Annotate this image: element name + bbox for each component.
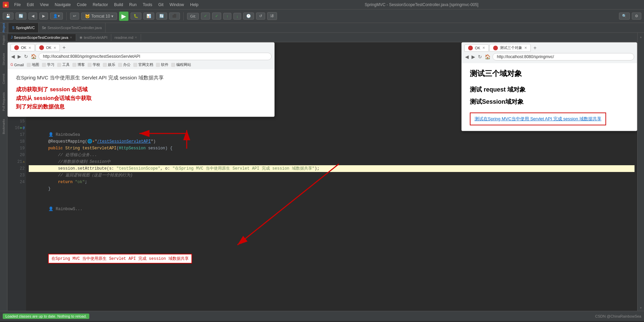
bm-gmail[interactable]: G Gmail (10, 62, 24, 67)
session-icon: Se (42, 26, 46, 30)
menu-refactor[interactable]: Refactor (90, 2, 111, 8)
browser-tab1-label: OK (21, 46, 26, 50)
menu-build[interactable]: Build (111, 2, 126, 8)
stop-button[interactable]: ⬛ (169, 13, 180, 20)
right-refresh[interactable]: ↻ (477, 53, 483, 60)
folder-icon5 (103, 63, 107, 67)
code-line-17: 👤 RainbowSea (29, 131, 635, 138)
toolbar-profile[interactable]: 👤▾ (50, 13, 63, 20)
sidebar-structure[interactable]: Structure (2, 53, 5, 66)
right-address-bar[interactable]: http://localhost:8080/springmvc/ (492, 53, 634, 60)
browser-tab-ok1[interactable]: OK ✕ (10, 44, 35, 51)
right-forward[interactable]: ▶ (471, 53, 476, 60)
toolbar-forward[interactable]: ▶ (39, 13, 48, 20)
tomcat-label: Tomcat 10 (91, 14, 110, 19)
controller-tab-label: SessionScopeTestController.java (14, 35, 68, 40)
refresh-button[interactable]: ↻ (23, 53, 29, 60)
right-favicon1 (468, 46, 473, 50)
browser-tab-ok2[interactable]: OK ✕ (36, 44, 60, 51)
bm-tools[interactable]: 工具 (57, 62, 70, 67)
editor-tab-session[interactable]: Se SessionScopeTestController.java (39, 23, 106, 32)
file-tab-servlet[interactable]: ◉ testServletAPI (76, 34, 111, 41)
reload-button[interactable]: 🔄 (156, 13, 167, 20)
menu-run[interactable]: Run (127, 2, 139, 8)
debug-button[interactable]: 🐛 (131, 13, 141, 20)
sidebar-commit[interactable]: Commit (2, 74, 5, 84)
window-title: SpringMVC - SessionScopeTestController.j… (202, 2, 641, 7)
bm-blog[interactable]: 博客 (72, 62, 85, 67)
settings-button[interactable]: ⚙ (632, 13, 641, 20)
git-push[interactable]: ↑ (223, 13, 231, 20)
toolbar-save[interactable]: 💾 (3, 13, 14, 20)
address-bar[interactable]: http://localhost:8080/springmvc/testSess… (39, 53, 272, 60)
bm-study[interactable]: 学习 (42, 62, 54, 67)
home-button[interactable]: 🏠 (30, 53, 37, 60)
browser-close1[interactable]: ✕ (28, 46, 31, 50)
translate-icon[interactable]: 译 (267, 12, 277, 20)
bm-entertainment[interactable]: 娱乐 (103, 62, 115, 67)
menu-help[interactable]: Help (187, 2, 201, 8)
bm-office[interactable]: 办公 (118, 62, 131, 67)
bm-software[interactable]: 软件 (156, 62, 168, 67)
search-button[interactable]: 🔍 (619, 13, 630, 20)
menu-file[interactable]: File (12, 2, 23, 8)
code-line-28: 👤 RainbowS... (29, 206, 635, 213)
tomcat-selector[interactable]: 🐱 Tomcat 10 ▾ (81, 13, 117, 20)
right-browser-tab-ok[interactable]: OK ✕ (464, 44, 489, 52)
bm-school[interactable]: 学校 (88, 62, 100, 67)
toolbar-back[interactable]: ◀ (28, 13, 37, 20)
servlet-tab-label: testServletAPI (84, 35, 108, 40)
file-tab-readme[interactable]: readme.md ✕ (111, 34, 141, 41)
right-link[interactable]: 测试在Spring MVC当中使用 Servlet API 完成 session… (475, 116, 601, 121)
bm-coding[interactable]: 编程网站 (171, 62, 191, 67)
git-check[interactable]: ✓ (201, 13, 210, 20)
menu-tools[interactable]: Tools (140, 2, 155, 8)
git-check2[interactable]: ✓ (212, 13, 221, 20)
sidebar-pull-requests[interactable]: Pull Requests (2, 92, 5, 111)
right-close1[interactable]: ✕ (482, 46, 485, 50)
right-close2[interactable]: ✕ (524, 46, 527, 50)
toolbar-sync[interactable]: 🔄 (16, 13, 26, 20)
git-time[interactable]: 🕐 (243, 13, 254, 20)
menu-window[interactable]: Window (167, 2, 187, 8)
right-section1: 测试 request 域对象 (470, 85, 629, 94)
bm-docs[interactable]: 官网文档 (133, 62, 153, 67)
run-button[interactable]: ▶ (119, 11, 129, 21)
right-browser-tab-test[interactable]: 测试三个对象 ✕ (489, 44, 531, 52)
browser-close2[interactable]: ✕ (53, 46, 56, 50)
app-icon: 🔥 (3, 2, 9, 8)
forward-button[interactable]: ▶ (17, 53, 22, 60)
toolbar-undo[interactable]: ↩ (70, 13, 79, 20)
readme-tab-close[interactable]: ✕ (135, 36, 137, 39)
folder-icon6 (118, 63, 122, 67)
code-line-21: //将数据存储到 Session中 (29, 158, 635, 165)
sidebar-project[interactable]: Project (2, 35, 5, 45)
menu-edit[interactable]: Edit (24, 2, 37, 8)
controller-tab-close[interactable]: ✕ (70, 36, 72, 39)
new-tab-button[interactable]: + (61, 44, 68, 51)
right-tab2-label: 测试三个对象 (500, 45, 522, 50)
git-pull[interactable]: ↓ (233, 13, 242, 20)
git-rollback[interactable]: ↺ (256, 13, 265, 20)
java-icon: J (11, 35, 13, 39)
menu-code[interactable]: Code (74, 2, 89, 8)
right-new-tab[interactable]: + (531, 44, 538, 52)
coverage-button[interactable]: 📊 (143, 13, 154, 20)
gutter-run2-icon[interactable]: ▶ (20, 125, 22, 131)
right-section2: 测试Session域对象 (470, 98, 629, 106)
menu-git[interactable]: Git (156, 2, 166, 8)
menu-navigate[interactable]: Navigate (52, 2, 73, 8)
menu-view[interactable]: View (37, 2, 51, 8)
right-home[interactable]: 🏠 (484, 53, 491, 60)
right-back[interactable]: ◀ (464, 53, 469, 60)
file-tab-controller[interactable]: J SessionScopeTestController.java ✕ (7, 34, 76, 41)
session-tab-label: SessionScopeTestController.java (47, 26, 102, 30)
code-line-25: } (29, 185, 635, 192)
bm-map[interactable]: 地图 (27, 62, 39, 67)
project-tab[interactable]: Project (2, 23, 5, 32)
sidebar-bookmarks[interactable]: Bookmarks (2, 119, 5, 134)
editor-tab-springmvc[interactable]: S SpringMVC (9, 23, 39, 32)
annotation-text: 在Spring MVC 当中使用原生 Servlet API 完成 sessio… (51, 256, 189, 261)
code-line-20: // 处理核心业务... (29, 152, 635, 158)
back-button[interactable]: ◀ (10, 53, 16, 60)
